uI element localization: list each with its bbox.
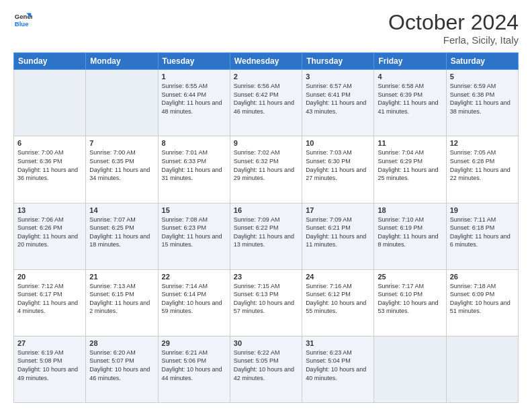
day-info: Sunrise: 7:13 AMSunset: 6:15 PMDaylight:… [89,282,154,316]
calendar-cell: 5Sunrise: 6:59 AMSunset: 6:38 PMDaylight… [446,70,518,136]
day-info: Sunrise: 7:10 AMSunset: 6:19 PMDaylight:… [378,216,442,249]
day-info: Sunrise: 6:56 AMSunset: 6:42 PMDaylight:… [234,82,298,116]
calendar-cell [446,336,518,402]
calendar-cell: 29Sunrise: 6:21 AMSunset: 5:06 PMDayligh… [158,336,230,402]
day-info: Sunrise: 7:18 AMSunset: 6:09 PMDaylight:… [450,282,515,316]
day-info: Sunrise: 7:04 AMSunset: 6:29 PMDaylight:… [378,148,442,182]
day-info: Sunrise: 7:17 AMSunset: 6:10 PMDaylight:… [378,282,442,316]
day-info: Sunrise: 6:19 AMSunset: 5:08 PMDaylight:… [17,349,82,382]
weekday-monday: Monday [86,53,158,70]
calendar-cell: 16Sunrise: 7:09 AMSunset: 6:22 PMDayligh… [230,203,302,269]
day-info: Sunrise: 7:09 AMSunset: 6:22 PMDaylight:… [234,216,298,249]
calendar-table: SundayMondayTuesdayWednesdayThursdayFrid… [13,52,519,403]
weekday-wednesday: Wednesday [230,53,302,70]
day-info: Sunrise: 7:16 AMSunset: 6:12 PMDaylight:… [306,282,370,316]
calendar-week-row: 27Sunrise: 6:19 AMSunset: 5:08 PMDayligh… [14,336,519,402]
weekday-tuesday: Tuesday [158,53,230,70]
day-info: Sunrise: 6:20 AMSunset: 5:07 PMDaylight:… [89,349,154,382]
day-number: 29 [162,339,226,347]
day-number: 1 [162,73,226,81]
calendar-cell: 23Sunrise: 7:15 AMSunset: 6:13 PMDayligh… [230,269,302,336]
calendar-cell: 4Sunrise: 6:58 AMSunset: 6:39 PMDaylight… [374,70,446,136]
calendar-cell: 8Sunrise: 7:01 AMSunset: 6:33 PMDaylight… [158,136,230,203]
day-info: Sunrise: 6:57 AMSunset: 6:41 PMDaylight:… [306,82,370,116]
day-number: 15 [162,206,226,214]
day-info: Sunrise: 6:23 AMSunset: 5:04 PMDaylight:… [306,349,370,382]
month-title: October 2024 [388,11,519,34]
day-info: Sunrise: 7:06 AMSunset: 6:26 PMDaylight:… [17,216,82,249]
day-number: 16 [234,206,298,214]
day-number: 17 [306,206,370,214]
day-number: 28 [89,339,154,347]
day-number: 7 [89,139,154,147]
title-block: October 2024 Ferla, Sicily, Italy [388,11,519,46]
day-number: 30 [234,339,298,347]
day-number: 20 [17,273,82,281]
day-number: 24 [306,273,370,281]
calendar-week-row: 20Sunrise: 7:12 AMSunset: 6:17 PMDayligh… [14,269,519,336]
day-info: Sunrise: 6:58 AMSunset: 6:39 PMDaylight:… [378,82,442,116]
calendar-cell: 9Sunrise: 7:02 AMSunset: 6:32 PMDaylight… [230,136,302,203]
day-info: Sunrise: 7:03 AMSunset: 6:30 PMDaylight:… [306,148,370,182]
day-number: 5 [450,73,515,81]
calendar-cell: 14Sunrise: 7:07 AMSunset: 6:25 PMDayligh… [86,203,158,269]
calendar-cell: 3Sunrise: 6:57 AMSunset: 6:41 PMDaylight… [302,70,374,136]
day-number: 27 [17,339,82,347]
calendar-cell [14,70,86,136]
calendar-week-row: 1Sunrise: 6:55 AMSunset: 6:44 PMDaylight… [14,70,519,136]
location: Ferla, Sicily, Italy [388,34,519,46]
logo-icon: General Blue [13,11,32,30]
calendar-cell [374,336,446,402]
day-number: 25 [378,273,442,281]
day-info: Sunrise: 7:11 AMSunset: 6:18 PMDaylight:… [450,216,515,249]
day-info: Sunrise: 7:00 AMSunset: 6:36 PMDaylight:… [17,148,82,182]
day-number: 14 [89,206,154,214]
day-number: 22 [162,273,226,281]
day-number: 6 [17,139,82,147]
calendar-week-row: 13Sunrise: 7:06 AMSunset: 6:26 PMDayligh… [14,203,519,269]
logo: General Blue General Blue [13,11,32,30]
calendar-cell: 18Sunrise: 7:10 AMSunset: 6:19 PMDayligh… [374,203,446,269]
calendar-cell: 22Sunrise: 7:14 AMSunset: 6:14 PMDayligh… [158,269,230,336]
weekday-saturday: Saturday [446,53,518,70]
day-number: 12 [450,139,515,147]
day-info: Sunrise: 7:07 AMSunset: 6:25 PMDaylight:… [89,216,154,249]
calendar-cell: 24Sunrise: 7:16 AMSunset: 6:12 PMDayligh… [302,269,374,336]
calendar-cell: 6Sunrise: 7:00 AMSunset: 6:36 PMDaylight… [14,136,86,203]
calendar-cell: 15Sunrise: 7:08 AMSunset: 6:23 PMDayligh… [158,203,230,269]
weekday-header-row: SundayMondayTuesdayWednesdayThursdayFrid… [14,53,519,70]
day-number: 21 [89,273,154,281]
day-number: 31 [306,339,370,347]
calendar-cell: 25Sunrise: 7:17 AMSunset: 6:10 PMDayligh… [374,269,446,336]
calendar-cell: 11Sunrise: 7:04 AMSunset: 6:29 PMDayligh… [374,136,446,203]
calendar-cell: 28Sunrise: 6:20 AMSunset: 5:07 PMDayligh… [86,336,158,402]
day-number: 19 [450,206,515,214]
day-info: Sunrise: 6:21 AMSunset: 5:06 PMDaylight:… [162,349,226,382]
calendar-cell: 30Sunrise: 6:22 AMSunset: 5:05 PMDayligh… [230,336,302,402]
calendar-cell: 1Sunrise: 6:55 AMSunset: 6:44 PMDaylight… [158,70,230,136]
page: General Blue General Blue October 2024 F… [0,0,532,411]
calendar-cell: 17Sunrise: 7:09 AMSunset: 6:21 PMDayligh… [302,203,374,269]
day-number: 9 [234,139,298,147]
day-info: Sunrise: 7:12 AMSunset: 6:17 PMDaylight:… [17,282,82,316]
day-info: Sunrise: 7:02 AMSunset: 6:32 PMDaylight:… [234,148,298,182]
calendar-cell: 20Sunrise: 7:12 AMSunset: 6:17 PMDayligh… [14,269,86,336]
day-info: Sunrise: 6:55 AMSunset: 6:44 PMDaylight:… [162,82,226,116]
calendar-cell: 26Sunrise: 7:18 AMSunset: 6:09 PMDayligh… [446,269,518,336]
calendar-cell [86,70,158,136]
day-number: 13 [17,206,82,214]
day-info: Sunrise: 6:59 AMSunset: 6:38 PMDaylight:… [450,82,515,116]
weekday-sunday: Sunday [14,53,86,70]
calendar-cell: 31Sunrise: 6:23 AMSunset: 5:04 PMDayligh… [302,336,374,402]
calendar-cell: 10Sunrise: 7:03 AMSunset: 6:30 PMDayligh… [302,136,374,203]
day-info: Sunrise: 7:01 AMSunset: 6:33 PMDaylight:… [162,148,226,182]
day-number: 23 [234,273,298,281]
day-number: 26 [450,273,515,281]
calendar-cell: 21Sunrise: 7:13 AMSunset: 6:15 PMDayligh… [86,269,158,336]
day-info: Sunrise: 7:08 AMSunset: 6:23 PMDaylight:… [162,216,226,249]
day-number: 2 [234,73,298,81]
calendar-cell: 12Sunrise: 7:05 AMSunset: 6:28 PMDayligh… [446,136,518,203]
day-number: 18 [378,206,442,214]
day-number: 10 [306,139,370,147]
calendar-cell: 2Sunrise: 6:56 AMSunset: 6:42 PMDaylight… [230,70,302,136]
